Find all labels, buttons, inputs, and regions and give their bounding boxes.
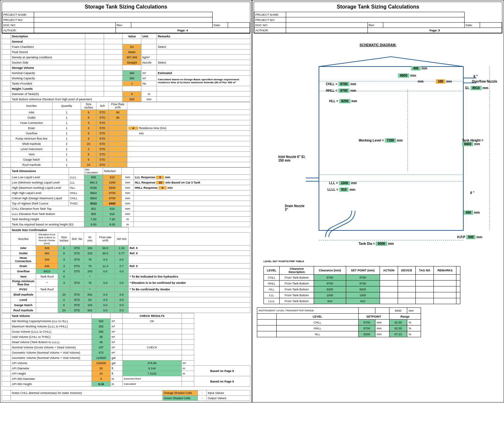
tank-dim-table: Tank DimensionsMin CalculatedSelected Lo…	[2, 167, 250, 227]
col-unit: Unit	[141, 34, 157, 39]
col-rng-level: LEVEL	[277, 314, 359, 320]
label-100[interactable]: 100	[436, 79, 445, 84]
col-remarks: Remarks	[157, 34, 250, 39]
row-llll-bot: LLLL Elevation from Tank Bottom	[11, 211, 84, 217]
label-working: Working Level =	[359, 139, 384, 142]
col-qty: Quantity	[52, 102, 81, 110]
label-8in: 8 "	[473, 75, 478, 78]
nc-gauge: Gauge Hatch	[11, 303, 36, 308]
row-hhll: High High Liquid Level	[11, 190, 69, 196]
nc-pump: Pump minimum flow line	[11, 279, 36, 287]
col-level: LEVEL	[264, 266, 280, 275]
row-api650h: API 650 Height	[11, 381, 92, 387]
col-size: Size Inches	[81, 102, 96, 110]
lst-lll: LLL	[264, 292, 280, 298]
section-height: Height / Levels	[11, 86, 85, 91]
label-author: AUTHOR:	[2, 28, 34, 33]
page-5: Storage Tank Sizing Calculations PROJECT…	[252, 0, 504, 402]
label-tank-dia: Tank Dia =	[359, 242, 375, 245]
col-sch: Sch	[96, 102, 109, 110]
tank-schematic	[260, 50, 496, 253]
row-api650d: API 650 Diameter	[11, 376, 92, 381]
nozzle-pump: Pump minimum flow line	[11, 136, 52, 141]
section-general: General	[11, 39, 85, 44]
row-void: Void Volume (CHLL to THSC)	[11, 334, 92, 340]
section-tank-dim: Tank Dimensions	[11, 168, 69, 175]
label-el: 8910	[471, 86, 482, 90]
row-api-vol: API Volume	[11, 361, 92, 366]
label-hhll: HHLL =	[326, 89, 337, 92]
label-hll: HLL =	[329, 99, 338, 103]
section-storage: Storage Volume	[11, 65, 85, 70]
nozzle-outlet: Outlet	[11, 115, 52, 120]
schematic-title: SCHEMATIC DIAGRAM:	[254, 43, 502, 47]
label-project-name: PROJECT NAME:	[2, 12, 34, 17]
label-8800: 8800	[398, 73, 409, 78]
nc-roof: Roof manhole	[11, 308, 36, 313]
col-nc-nozzles: Nozzles	[11, 233, 36, 245]
level-table-title: LEVEL SET POINTS/TRIP TABLE	[263, 260, 502, 263]
col-action: ACTION	[380, 266, 398, 275]
row-foam: Foam Chambers	[11, 44, 85, 49]
label-project-no: PROJECT NO:	[2, 17, 34, 23]
row-lll: Low (Minimum working) Liquid Level	[11, 180, 69, 185]
row-max: Maximum Working Volume (LLLL to HHLL)	[11, 324, 92, 329]
col-device: DEVICE	[398, 266, 415, 275]
level-setpoint-table: LEVEL ClearanceDescription Clearance (mm…	[263, 266, 460, 304]
section-tank-vol: Tank Volume	[11, 313, 92, 319]
label-date: Date:	[213, 23, 228, 28]
col-nc-vel: Vel m/s	[115, 233, 129, 245]
label-lll: LLL =	[329, 181, 338, 185]
lst-hll: HLL	[264, 286, 280, 292]
row-gross: Gross Volume (LLLL to CHLL)	[11, 329, 92, 334]
main-table: DescriptionValueUnitRemarks General Foam…	[2, 33, 250, 102]
col-min-calc: Min Calculated	[84, 168, 103, 175]
row-chll-top: CHLL Elevation from Tank Top	[11, 206, 84, 211]
nc-inlet: Inlet	[11, 245, 36, 251]
row-chll: Critical High (Design Maximum) Liquid	[11, 196, 69, 201]
nc-shell: Shell manhole	[11, 292, 36, 297]
row-api-dia: API Diameter	[11, 366, 92, 371]
row-thsc: Top of Highest Shell Cource	[11, 201, 69, 206]
rng-hhll: HHLL	[277, 325, 359, 331]
row-nom-cap: Nominal Capacity	[11, 70, 85, 76]
note-chll: Notes CHLL deemed unnecessary for water …	[11, 390, 163, 396]
row-dia: Diameter of Tank(ID)	[11, 91, 85, 97]
row-hll: High (Maximum working) Liquid Level	[11, 185, 69, 190]
col-rng-range: Range	[389, 314, 421, 320]
nc-drain: Drain	[11, 264, 36, 269]
label-rev: Rev:	[116, 23, 131, 28]
col-flow: Flow Rate m³/h	[109, 102, 127, 110]
col-nc-flow: Flow rate m³/h	[96, 233, 115, 245]
row-llll: Low Low Liquid Level	[11, 175, 69, 180]
nc-vent: Vent	[11, 274, 36, 279]
row-suction: Suction Side	[11, 60, 85, 65]
legend-orange: Orange Shaded Cells	[163, 390, 198, 396]
row-fluid: Fluid Stored	[11, 49, 85, 55]
row-net: Net Working Capacity/Volume (LLL to HLL)	[11, 319, 92, 324]
row-work-height: Tank Working Height	[11, 217, 84, 222]
lst-hhll: HHLL	[264, 281, 280, 286]
nc-hose: Hose Connection	[11, 256, 36, 264]
label-drain-nozzle: Drain Nozzle 3"	[285, 204, 304, 211]
label-hpp: 500	[466, 235, 476, 239]
nozzle-drain: Drain	[11, 126, 52, 131]
col-selected: Selected	[103, 168, 122, 175]
nozzle-conf-table: Nozzle Size Confirmation NozzlesElevatio…	[2, 227, 250, 313]
label-doc-no: DOC NO:	[2, 23, 34, 28]
label-chll: CHLL =	[326, 82, 337, 86]
nozzle-inlet: Inlet	[11, 110, 52, 115]
row-work-cap: Working Capacity	[11, 76, 85, 81]
col-rem: REMARKS	[434, 266, 456, 275]
col-setpoint: SET POINT (mm)	[346, 266, 380, 275]
label-llll: LLLL =	[327, 188, 338, 191]
row-nom-vol: Nominal Volume (Gross Volume + Dead Volu…	[11, 345, 92, 350]
nozzle-gauge: Gauge hatch	[11, 157, 52, 162]
col-nozzles: Nozzles	[11, 102, 52, 110]
row-geo-gal: Geometric Volume (Nominal Volume + Void …	[11, 355, 92, 361]
nozzle-roof: Roof manhole	[11, 162, 52, 167]
nc-level: Level	[11, 297, 36, 303]
label-400: 400	[411, 66, 421, 70]
label-overflow-nozzle: Overflow Nozzle	[472, 80, 497, 83]
page-title-5: Storage Tank Sizing Calculations	[254, 2, 502, 12]
